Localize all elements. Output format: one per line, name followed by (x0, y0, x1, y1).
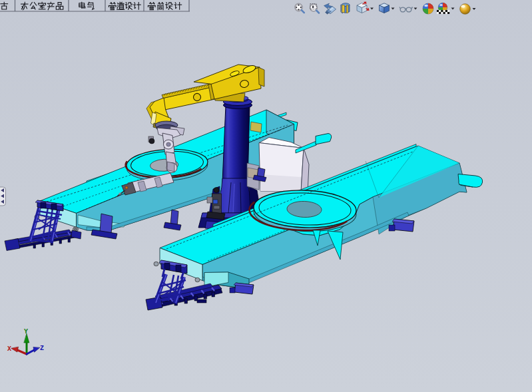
svg-text:X: X (7, 345, 11, 353)
svg-text:Z: Z (40, 345, 44, 352)
svg-text:Y: Y (24, 328, 28, 335)
